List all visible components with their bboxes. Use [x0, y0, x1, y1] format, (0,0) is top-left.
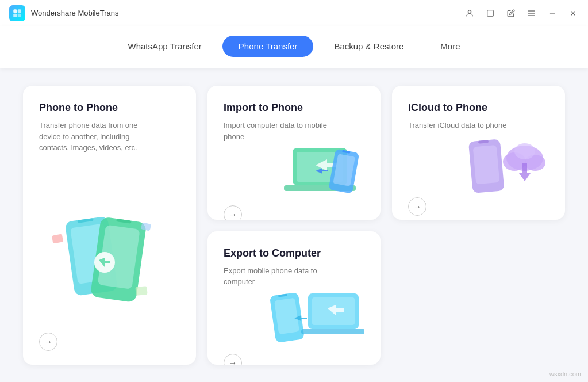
card-phone-to-phone[interactable]: Phone to Phone Transfer phone data from … [23, 86, 196, 365]
tab-more[interactable]: More [424, 36, 476, 57]
card-export-to-computer[interactable]: Export to Computer Export mobile phone d… [207, 231, 381, 365]
app-logo [9, 5, 25, 21]
minimize-button[interactable] [547, 7, 558, 19]
import-illustration [272, 142, 364, 205]
edit-button[interactable] [505, 7, 517, 19]
card-export-arrow[interactable]: → [224, 354, 242, 365]
restore-button[interactable] [485, 7, 496, 19]
card-import-title: Import to Phone [224, 102, 364, 114]
card-import-to-phone[interactable]: Import to Phone Import computer data to … [207, 86, 381, 220]
tab-whatsapp[interactable]: WhatsApp Transfer [112, 36, 217, 57]
close-button[interactable] [567, 7, 579, 19]
watermark: wsxdn.com [549, 370, 581, 377]
svg-rect-3 [18, 13, 21, 17]
svg-rect-5 [487, 10, 494, 16]
svg-point-34 [514, 143, 535, 159]
card-icloud-title: iCloud to Phone [408, 102, 549, 114]
svg-rect-0 [13, 9, 17, 13]
svg-rect-1 [18, 9, 21, 13]
tab-phone[interactable]: Phone Transfer [222, 36, 314, 57]
navigation: WhatsApp Transfer Phone Transfer Backup … [0, 26, 588, 68]
card-icloud-arrow[interactable]: → [408, 197, 426, 216]
card-phone-to-phone-desc: Transfer phone data from one device to a… [39, 120, 143, 154]
card-import-desc: Import computer data to mobile phone [224, 120, 327, 142]
profile-button[interactable] [464, 7, 475, 19]
svg-rect-40 [301, 329, 364, 334]
card-icloud-desc: Transfer iCloud data to phone [408, 120, 512, 131]
card-import-arrow[interactable]: → [224, 205, 242, 220]
titlebar: Wondershare MobileTrans [0, 0, 588, 26]
svg-rect-21 [135, 286, 147, 296]
card-phone-to-phone-arrow[interactable]: → [39, 333, 57, 351]
card-export-title: Export to Computer [224, 247, 364, 259]
tab-backup[interactable]: Backup & Restore [318, 36, 420, 57]
svg-rect-2 [13, 13, 17, 17]
menu-button[interactable] [526, 7, 537, 19]
svg-point-4 [468, 10, 471, 13]
card-icloud-to-phone[interactable]: iCloud to Phone Transfer iCloud data to … [392, 86, 565, 220]
phones-illustration [44, 200, 176, 327]
svg-rect-29 [473, 145, 500, 184]
card-phone-to-phone-title: Phone to Phone [39, 102, 180, 114]
icloud-illustration [460, 131, 549, 197]
card-export-desc: Export mobile phone data to computer [224, 265, 327, 288]
app-title: Wondershare MobileTrans [31, 9, 464, 17]
window-controls [464, 7, 579, 19]
svg-rect-19 [51, 234, 63, 244]
main-content: Phone to Phone Transfer phone data from … [0, 68, 588, 382]
export-illustration [267, 288, 364, 354]
